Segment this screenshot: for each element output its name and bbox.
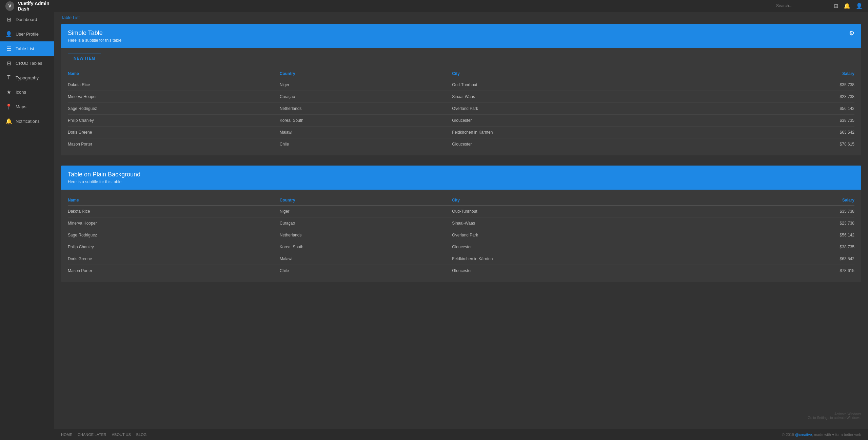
maps-icon: 📍 (5, 103, 12, 110)
cell-salary: $23,738 (748, 217, 854, 229)
cell-country: Malawi (280, 127, 452, 138)
sidebar-item-user-profile[interactable]: 👤 User Profile (0, 27, 54, 41)
cell-name: Mason Porter (68, 138, 280, 150)
sidebar-label-table-list: Table List (16, 46, 34, 51)
cell-salary: $35,738 (748, 206, 854, 217)
cell-salary: $38,735 (748, 115, 854, 127)
cell-name: Dakota Rice (68, 206, 280, 217)
cell-name: Doris Greene (68, 253, 280, 265)
gear-icon[interactable]: ⚙ (849, 30, 854, 37)
cell-salary: $38,735 (748, 241, 854, 253)
cell-name: Philip Chanley (68, 241, 280, 253)
cell-name: Minerva Hooper (68, 91, 280, 103)
cell-country: Niger (280, 79, 452, 91)
sidebar-label-maps: Maps (16, 104, 26, 109)
footer-link[interactable]: BLOG (136, 433, 147, 437)
sidebar-item-dashboard[interactable]: ⊞ Dashboard (0, 12, 54, 27)
card-title-plain-table: Table on Plain Background (68, 171, 140, 178)
sidebar-label-icons: Icons (16, 90, 26, 95)
col-header-salary: Salary (748, 69, 854, 79)
sidebar-item-typography[interactable]: T Typography (0, 71, 54, 85)
footer-link[interactable]: HOME (61, 433, 72, 437)
sidebar-item-table-list[interactable]: ☰ Table List (0, 41, 54, 56)
cell-salary: $63,542 (748, 253, 854, 265)
topbar-right: ⊞ 🔔 👤 (774, 3, 863, 9)
cell-salary: $35,738 (748, 79, 854, 91)
user-profile-icon: 👤 (5, 31, 12, 37)
new-item-button[interactable]: NEW ITEM (68, 54, 101, 63)
footer-link[interactable]: ABOUT US (112, 433, 131, 437)
sidebar-item-icons[interactable]: ★ Icons (0, 85, 54, 99)
table-row: Dakota RiceNigerOud-Tunrhout$35,738 (68, 206, 854, 217)
card-header-simple-table: Simple TableHere is a subtitle for this … (61, 24, 861, 48)
col-header-city: City (452, 195, 748, 206)
col-header-city: City (452, 69, 748, 79)
cell-country: Malawi (280, 253, 452, 265)
table-list-icon: ☰ (5, 45, 12, 52)
cell-country: Netherlands (280, 103, 452, 115)
table-row: Doris GreeneMalawiFeldkirchen in Kärnten… (68, 253, 854, 265)
footer-link[interactable]: CHANGE LATER (78, 433, 106, 437)
table-row: Sage RodriguezNetherlandsOverland Park$5… (68, 103, 854, 115)
table-row: Philip ChanleyKorea, SouthGloucester$38,… (68, 115, 854, 127)
sidebar-item-crud-tables[interactable]: ⊟ CRUD Tables (0, 56, 54, 71)
cell-name: Philip Chanley (68, 115, 280, 127)
card-header-plain-table: Table on Plain BackgroundHere is a subti… (61, 166, 861, 190)
card-simple-table: Simple TableHere is a subtitle for this … (61, 24, 861, 155)
cell-name: Doris Greene (68, 127, 280, 138)
bell-icon[interactable]: 🔔 (844, 3, 850, 9)
cell-city: Sinaai-Waas (452, 91, 748, 103)
cell-name: Dakota Rice (68, 79, 280, 91)
cell-city: Feldkirchen in Kärnten (452, 253, 748, 265)
search-input[interactable] (774, 3, 828, 9)
user-icon[interactable]: 👤 (856, 3, 863, 9)
table-row: Doris GreeneMalawiFeldkirchen in Kärnten… (68, 127, 854, 138)
dashboard-icon: ⊞ (5, 16, 12, 23)
sidebar-item-notifications[interactable]: 🔔 Notifications (0, 114, 54, 129)
brand: V Vuetify Admin Dash (5, 1, 60, 12)
sidebar-item-maps[interactable]: 📍 Maps (0, 99, 54, 114)
col-header-country: Country (280, 195, 452, 206)
grid-icon[interactable]: ⊞ (834, 3, 838, 9)
cell-salary: $78,615 (748, 265, 854, 277)
brand-avatar: V (5, 1, 14, 11)
cell-city: Oud-Tunrhout (452, 206, 748, 217)
sidebar-label-dashboard: Dashboard (16, 17, 37, 22)
table-row: Mason PorterChileGloucester$78,615 (68, 138, 854, 150)
footer-copyright: © 2019 @creative, made with ♥ for a bett… (782, 433, 861, 437)
breadcrumb: Table List (54, 12, 868, 20)
cell-city: Overland Park (452, 103, 748, 115)
col-header-salary: Salary (748, 195, 854, 206)
sidebar-label-user-profile: User Profile (16, 32, 39, 37)
cell-country: Chile (280, 265, 452, 277)
cell-name: Sage Rodriguez (68, 103, 280, 115)
data-table-plain-table: NameCountryCitySalaryDakota RiceNigerOud… (68, 195, 854, 276)
data-table-simple-table: NameCountryCitySalaryDakota RiceNigerOud… (68, 69, 854, 150)
col-header-name: Name (68, 69, 280, 79)
cell-country: Korea, South (280, 241, 452, 253)
content-area: Simple TableHere is a subtitle for this … (54, 20, 868, 429)
cell-city: Gloucester (452, 138, 748, 150)
sidebar-label-notifications: Notifications (16, 119, 40, 124)
card-subtitle-plain-table: Here is a subtitle for this table (68, 179, 140, 184)
cell-city: Feldkirchen in Kärnten (452, 127, 748, 138)
cell-city: Gloucester (452, 115, 748, 127)
cell-salary: $56,142 (748, 229, 854, 241)
cell-salary: $78,615 (748, 138, 854, 150)
cell-country: Curaçao (280, 217, 452, 229)
table-row: Dakota RiceNigerOud-Tunrhout$35,738 (68, 79, 854, 91)
cell-name: Sage Rodriguez (68, 229, 280, 241)
col-header-country: Country (280, 69, 452, 79)
table-row: Sage RodriguezNetherlandsOverland Park$5… (68, 229, 854, 241)
cell-city: Gloucester (452, 241, 748, 253)
sidebar: ⊞ Dashboard 👤 User Profile ☰ Table List … (0, 12, 54, 440)
cell-city: Sinaai-Waas (452, 217, 748, 229)
cell-salary: $56,142 (748, 103, 854, 115)
icons-icon: ★ (5, 89, 12, 95)
topbar: V Vuetify Admin Dash ⊞ 🔔 👤 (0, 0, 868, 12)
cell-country: Netherlands (280, 229, 452, 241)
card-subtitle-simple-table: Here is a subtitle for this table (68, 38, 121, 43)
table-row: Mason PorterChileGloucester$78,615 (68, 265, 854, 277)
cell-country: Chile (280, 138, 452, 150)
cell-city: Overland Park (452, 229, 748, 241)
